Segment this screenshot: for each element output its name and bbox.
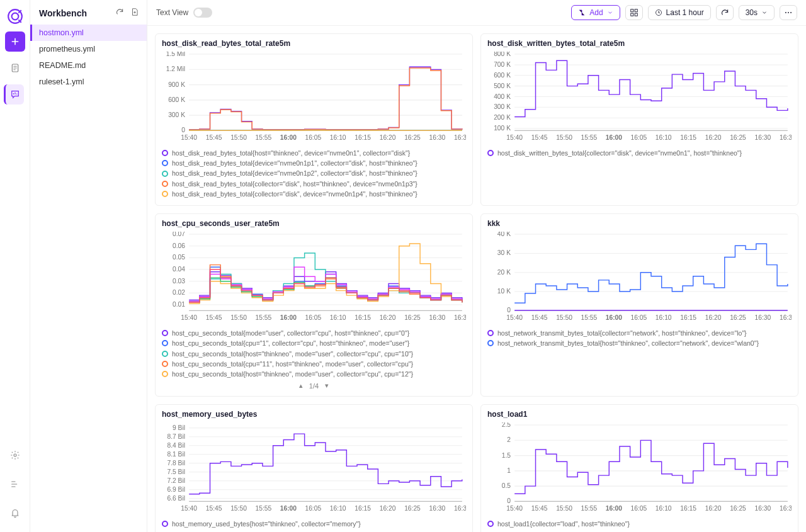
text-view-toggle[interactable] [193, 8, 212, 18]
svg-text:15:50: 15:50 [556, 314, 572, 321]
nav-workbench[interactable] [4, 84, 24, 105]
svg-text:0.02: 0.02 [173, 290, 185, 297]
nav-collapse[interactable] [5, 474, 25, 494]
add-button[interactable]: Add [571, 5, 620, 20]
svg-text:20 K: 20 K [497, 269, 511, 276]
svg-text:7.2 Bil: 7.2 Bil [167, 477, 185, 484]
pager-prev[interactable]: ▴ [299, 382, 303, 390]
panel-title: host_cpu_seconds_user_rate5m [162, 219, 466, 228]
svg-text:16:10: 16:10 [656, 505, 672, 512]
svg-text:0.05: 0.05 [173, 254, 185, 261]
svg-text:16:10: 16:10 [656, 134, 672, 141]
more-menu-button[interactable] [780, 5, 797, 20]
chart-svg[interactable]: 0300 K600 K900 K1.2 Mil1.5 Mil15:4015:45… [162, 52, 466, 142]
legend-swatch [487, 150, 494, 156]
panel-disk_write: host_disk_written_bytes_total_rate5m100 … [480, 33, 798, 206]
svg-text:40 K: 40 K [497, 232, 511, 237]
chart-svg[interactable]: 00.511.522.515:4015:4515:5015:5516:0016:… [487, 422, 792, 513]
svg-rect-4 [630, 9, 633, 12]
legend-item[interactable]: host_cpu_seconds_total{mode="user", coll… [162, 328, 466, 338]
file-item[interactable]: prometheus.yml [30, 41, 147, 57]
svg-text:16:10: 16:10 [330, 505, 346, 512]
svg-text:15:55: 15:55 [256, 314, 272, 321]
svg-text:15:55: 15:55 [581, 134, 598, 141]
icon-rail [0, 0, 30, 532]
nav-settings[interactable] [5, 445, 25, 465]
legend-item[interactable]: host_disk_read_bytes_total{host="thinkne… [162, 148, 466, 158]
svg-text:6.9 Bil: 6.9 Bil [167, 486, 185, 493]
svg-text:16:35: 16:35 [454, 314, 466, 321]
svg-text:2: 2 [507, 437, 511, 444]
svg-text:16:35: 16:35 [454, 134, 466, 141]
svg-text:7.8 Bil: 7.8 Bil [167, 460, 185, 467]
svg-text:16:00: 16:00 [280, 134, 297, 141]
legend-swatch [162, 521, 168, 527]
svg-text:15:55: 15:55 [256, 134, 272, 141]
panel-title: host_load1 [487, 410, 792, 419]
legend-item[interactable]: host_memory_used_bytes{host="thinkneo", … [162, 519, 466, 529]
svg-text:0.06: 0.06 [173, 242, 185, 249]
svg-text:16:00: 16:00 [606, 314, 623, 321]
legend-item[interactable]: host_network_transmit_bytes_total{host="… [487, 338, 792, 348]
layout-button[interactable] [625, 5, 643, 20]
legend-item[interactable]: host_disk_read_bytes_total{collector="di… [162, 179, 466, 189]
svg-text:16:35: 16:35 [780, 314, 792, 321]
legend-item[interactable]: host_disk_read_bytes_total{device="nvme0… [162, 158, 466, 168]
svg-text:8.4 Bil: 8.4 Bil [167, 442, 185, 449]
svg-text:15:50: 15:50 [230, 505, 247, 512]
refresh-files-button[interactable] [115, 8, 124, 18]
svg-text:16:30: 16:30 [429, 134, 446, 141]
refresh-interval-picker[interactable]: 30s [739, 5, 775, 20]
svg-text:2.5: 2.5 [502, 422, 511, 428]
panel-title: host_memory_used_bytes [162, 410, 466, 419]
svg-point-9 [785, 12, 786, 13]
refresh-icon [115, 8, 124, 16]
refresh-icon [720, 8, 729, 17]
legend-item[interactable]: host_disk_read_bytes_total{collector="di… [162, 189, 466, 199]
panel-grid: host_disk_read_bytes_total_rate5m0300 K6… [155, 33, 798, 532]
legend-item[interactable]: host_network_transmit_bytes_total{collec… [487, 328, 792, 338]
svg-text:1.2 Mil: 1.2 Mil [166, 65, 185, 72]
legend-text: host_disk_read_bytes_total{device="nvme0… [172, 158, 417, 168]
legend-item[interactable]: host_disk_read_bytes_total{device="nvme0… [162, 168, 466, 178]
svg-text:15:40: 15:40 [181, 314, 197, 321]
legend-item[interactable]: host_load1{collector="load", host="think… [487, 519, 792, 529]
new-button[interactable] [5, 31, 25, 52]
chart-svg[interactable]: 010 K20 K30 K40 K15:4015:4515:5015:5516:… [487, 232, 792, 322]
svg-point-1 [11, 13, 18, 20]
legend-item[interactable]: host_cpu_seconds_total{cpu="11", host="t… [162, 359, 466, 369]
svg-text:8.7 Bil: 8.7 Bil [167, 433, 185, 440]
pager-next[interactable]: ▾ [325, 382, 329, 390]
legend-item[interactable]: host_cpu_seconds_total{host="thinkneo", … [162, 369, 466, 379]
nav-alerts[interactable] [5, 503, 25, 523]
legend-item[interactable]: host_cpu_seconds_total{host="thinkneo", … [162, 349, 466, 359]
svg-text:16:10: 16:10 [656, 314, 672, 321]
legend-text: host_cpu_seconds_total{host="thinkneo", … [172, 349, 413, 359]
legend-item[interactable]: host_cpu_seconds_total{cpu="1", collecto… [162, 338, 466, 348]
chart-svg[interactable]: 0.010.020.030.040.050.060.0715:4015:4515… [162, 232, 466, 322]
svg-text:16:25: 16:25 [730, 314, 746, 321]
svg-text:10 K: 10 K [497, 288, 511, 295]
file-list: hostmon.ymlprometheus.ymlREADME.mdrulese… [30, 25, 147, 90]
legend-text: host_cpu_seconds_total{host="thinkneo", … [172, 369, 413, 379]
file-item[interactable]: README.md [30, 57, 147, 74]
svg-text:100 K: 100 K [494, 125, 511, 132]
svg-text:16:20: 16:20 [380, 134, 396, 141]
svg-text:700 K: 700 K [494, 61, 511, 68]
svg-text:16:35: 16:35 [780, 134, 792, 141]
file-item[interactable]: ruleset-1.yml [30, 74, 147, 90]
legend-item[interactable]: host_disk_written_bytes_total{collector=… [487, 148, 792, 158]
new-file-button[interactable] [130, 8, 139, 18]
legend-text: host_disk_read_bytes_total{device="nvme0… [172, 168, 417, 178]
svg-text:0.01: 0.01 [173, 301, 185, 308]
svg-text:600 K: 600 K [494, 72, 511, 79]
chart-svg[interactable]: 100 K200 K300 K400 K500 K600 K700 K800 K… [487, 52, 792, 142]
file-item[interactable]: hostmon.yml [30, 25, 147, 41]
legend-text: host_disk_read_bytes_total{host="thinkne… [172, 148, 410, 158]
svg-text:0.04: 0.04 [173, 266, 185, 273]
chart-svg[interactable]: 6.6 Bil6.9 Bil7.2 Bil7.5 Bil7.8 Bil8.1 B… [162, 422, 466, 513]
svg-text:15:50: 15:50 [556, 134, 572, 141]
time-range-picker[interactable]: Last 1 hour [648, 5, 711, 20]
refresh-now-button[interactable] [716, 5, 734, 20]
nav-dashboards[interactable] [5, 58, 25, 78]
